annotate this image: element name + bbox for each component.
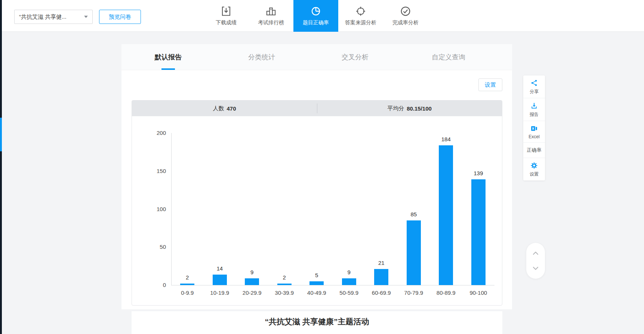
bar-value-label: 5: [301, 272, 333, 278]
x-category-label: 10-19.9: [204, 290, 236, 296]
y-tick-label: 0: [144, 282, 166, 288]
x-category-label: 0-9.9: [171, 290, 204, 296]
preview-survey-button[interactable]: 预览问卷: [99, 10, 141, 24]
tool-label: 设置: [530, 171, 539, 177]
y-tick-label: 200: [144, 130, 166, 136]
scroll-up-button[interactable]: [531, 248, 540, 258]
nav-item-completion-analysis[interactable]: 完成率分析: [383, 0, 428, 32]
nav-item-label: 题目正确率: [303, 19, 329, 26]
bar-70-79.9[interactable]: [407, 220, 421, 285]
bar-30-39.9[interactable]: [277, 284, 292, 285]
bar-60-69.9[interactable]: [374, 269, 388, 285]
nav-item-answer-source-analysis[interactable]: 答案来源分析: [338, 0, 383, 32]
bar-80-89.9[interactable]: [439, 145, 453, 285]
tool-excel[interactable]: Excel: [523, 121, 545, 143]
tab-default-report[interactable]: 默认报告: [121, 44, 215, 70]
tool-accuracy[interactable]: 正确率: [523, 143, 545, 158]
bar-20-29.9[interactable]: [245, 278, 259, 285]
nav-item-label: 答案来源分析: [345, 19, 376, 26]
bar-value-label: 184: [430, 136, 462, 142]
y-tick-label: 50: [144, 244, 166, 250]
bar-10-19.9[interactable]: [213, 275, 227, 285]
excel-icon: [530, 125, 538, 132]
left-strip-scroll-indicator: [0, 118, 2, 151]
bar-chart: 05010015020020-9.91410-19.9920-29.9230-3…: [132, 116, 502, 305]
download-tray-icon: [221, 6, 232, 17]
tool-label: 分享: [530, 89, 539, 95]
survey-select-value: “共抗艾滋 共享健...: [19, 13, 67, 21]
x-axis-line: [171, 285, 494, 285]
check-circle-icon: [400, 6, 411, 17]
tool-share[interactable]: 分享: [523, 75, 545, 98]
bar-value-label: 21: [365, 260, 398, 266]
bar-value-label: 2: [171, 274, 204, 281]
stats-divider: [317, 103, 317, 113]
chart-title-block: “共抗艾滋 共享健康”主题活动: [132, 311, 502, 334]
caret-down-icon: [84, 16, 88, 18]
nav-item-label: 考试排行榜: [258, 19, 284, 26]
bar-value-label: 139: [462, 170, 495, 176]
bar-40-49.9[interactable]: [309, 281, 324, 285]
bar-value-label: 85: [398, 211, 430, 217]
bar-0-9.9[interactable]: [180, 284, 194, 285]
tab-custom-query[interactable]: 自定义查询: [402, 44, 495, 70]
pie-chart-icon: [310, 6, 321, 17]
tab-cross-analysis[interactable]: 交叉分析: [308, 44, 402, 70]
bar-value-label: 9: [333, 269, 366, 275]
download-icon: [530, 102, 538, 109]
tool-settings[interactable]: 设置: [523, 158, 545, 180]
x-category-label: 60-69.9: [365, 290, 398, 296]
average-score-label: 平均分: [387, 105, 404, 112]
x-category-label: 40-49.9: [301, 290, 333, 296]
respondent-count-label: 人数: [213, 105, 224, 112]
bar-value-label: 2: [268, 274, 301, 281]
topbar: “共抗艾滋 共享健... 预览问卷 下载成绩考试排行榜题目正确率答案来源分析完成…: [0, 0, 644, 32]
nav-item-question-accuracy[interactable]: 题目正确率: [293, 0, 338, 32]
y-axis-line: [171, 133, 172, 285]
tab-category-stats[interactable]: 分类统计: [215, 44, 308, 70]
respondent-count: 人数 470: [132, 100, 317, 116]
scroll-pill: [526, 243, 545, 279]
x-category-label: 90-100: [462, 290, 495, 296]
tool-report[interactable]: 报告: [523, 98, 545, 121]
average-score: 平均分 80.15/100: [317, 100, 502, 116]
report-card: 默认报告分类统计交叉分析自定义查询 设置 人数 470 平均分 80.15/10…: [121, 44, 512, 309]
nav-item-download-scores[interactable]: 下载成绩: [204, 0, 249, 32]
bar-50-59.9[interactable]: [342, 278, 356, 285]
scroll-down-button[interactable]: [531, 263, 540, 273]
chart-title: “共抗艾滋 共享健康”主题活动: [265, 316, 369, 334]
chart-settings-button[interactable]: 设置: [478, 78, 502, 91]
tool-label: 报告: [530, 111, 539, 118]
x-category-label: 30-39.9: [268, 290, 301, 296]
nav-item-exam-ranking[interactable]: 考试排行榜: [249, 0, 293, 32]
top-nav: 下载成绩考试排行榜题目正确率答案来源分析完成率分析: [204, 0, 428, 32]
side-toolbar: 分享报告Excel正确率设置: [523, 75, 545, 180]
nav-item-label: 完成率分析: [392, 19, 419, 26]
stats-bar: 人数 470 平均分 80.15/100: [132, 100, 502, 116]
x-category-label: 80-89.9: [430, 290, 462, 296]
nav-item-label: 下载成绩: [216, 19, 237, 26]
survey-select[interactable]: “共抗艾滋 共享健...: [14, 10, 93, 24]
share-icon: [530, 79, 538, 87]
x-category-label: 50-59.9: [333, 290, 366, 296]
tool-label: 正确率: [527, 147, 542, 154]
bar-90-100[interactable]: [471, 179, 486, 285]
target-icon: [355, 6, 366, 17]
gear-icon: [530, 162, 538, 169]
x-category-label: 70-79.9: [398, 290, 430, 296]
y-tick-label: 100: [144, 206, 166, 212]
bar-value-label: 14: [204, 265, 236, 272]
tool-label: Excel: [529, 134, 539, 139]
x-category-label: 20-29.9: [236, 290, 268, 296]
bar-value-label: 9: [236, 269, 268, 275]
score-distribution-panel: 人数 470 平均分 80.15/100 05010015020020-9.91…: [132, 100, 502, 306]
left-edge-strip: [0, 0, 2, 334]
average-score-value: 80.15/100: [407, 105, 432, 112]
ranking-icon: [265, 6, 277, 17]
respondent-count-value: 470: [227, 105, 236, 112]
report-tabs: 默认报告分类统计交叉分析自定义查询: [121, 44, 512, 70]
y-tick-label: 150: [144, 168, 166, 174]
